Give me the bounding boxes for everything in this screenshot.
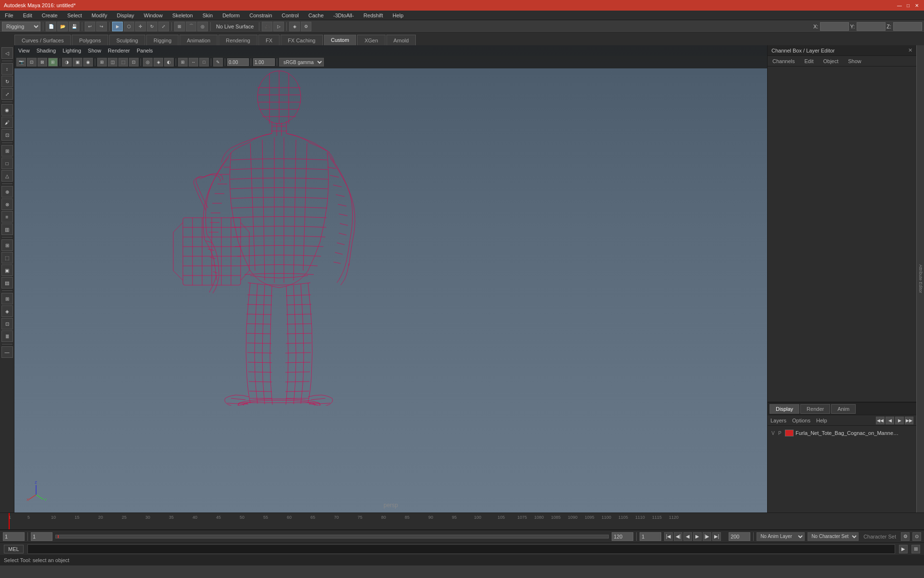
snap-to-grid-button[interactable]: ⊞ xyxy=(1,145,13,157)
close-button[interactable]: ✕ xyxy=(913,2,920,9)
y-input[interactable] xyxy=(857,22,886,31)
layer-prev-button[interactable]: ◀◀ xyxy=(876,417,885,424)
menu-skeleton[interactable]: Skeleton xyxy=(170,12,195,19)
undo-button[interactable]: ↩ xyxy=(85,22,95,31)
cb-tab-edit[interactable]: Edit xyxy=(801,57,816,65)
layers-menu[interactable]: Layers xyxy=(770,418,786,423)
vp-shading-button[interactable]: ◑ xyxy=(62,58,72,66)
lt-btn-10[interactable]: ▥ xyxy=(1,223,13,235)
new-scene-button[interactable]: 📄 xyxy=(46,22,56,31)
restore-button[interactable]: □ xyxy=(905,2,911,9)
tab-rendering[interactable]: Rendering xyxy=(218,35,257,45)
save-file-button[interactable]: 💾 xyxy=(69,22,79,31)
goto-end-button[interactable]: ▶| xyxy=(712,532,721,541)
paint-weights-button[interactable]: 🖌 xyxy=(1,117,13,128)
cb-tab-object[interactable]: Object xyxy=(820,57,841,65)
vp-menu-panels[interactable]: Panels xyxy=(137,48,153,53)
viewport-3d[interactable]: View Shading Lighting Show Renderer Pane… xyxy=(14,45,767,512)
tab-rigging[interactable]: Rigging xyxy=(146,35,179,45)
menu-constrain[interactable]: Constrain xyxy=(247,12,274,19)
lasso-tool-button[interactable]: ⬡ xyxy=(124,22,134,31)
vp-resolution-button[interactable]: ⬚ xyxy=(118,58,128,66)
gamma-input[interactable] xyxy=(253,58,275,66)
options-menu[interactable]: Options xyxy=(792,418,810,423)
open-file-button[interactable]: 📂 xyxy=(57,22,68,31)
anim-layer-dropdown[interactable]: No Anim Layer xyxy=(757,532,805,541)
time-slider[interactable] xyxy=(55,535,609,539)
vp-paint-button[interactable]: ✎ xyxy=(213,58,223,66)
vp-multi-button[interactable]: ⊞ xyxy=(178,58,188,66)
redo-button[interactable]: ↪ xyxy=(96,22,107,31)
menu-3dtoall[interactable]: -3DtoAll- xyxy=(332,12,356,19)
layer-v-flag[interactable]: V xyxy=(771,431,776,436)
timeline[interactable]: 1 5 10 15 20 25 30 35 40 45 50 55 60 65 … xyxy=(0,512,924,530)
layer-back-button[interactable]: ◀ xyxy=(886,417,894,424)
move-tool-button[interactable]: ✛ xyxy=(135,22,146,31)
lt-btn-6[interactable]: △ xyxy=(1,170,13,182)
lt-btn-13[interactable]: ▣ xyxy=(1,264,13,276)
tab-fx[interactable]: FX xyxy=(258,35,280,45)
current-frame-input[interactable] xyxy=(3,532,25,541)
x-input[interactable] xyxy=(820,22,849,31)
vp-ambient-button[interactable]: ◉ xyxy=(83,58,93,66)
vp-xray-button[interactable]: ◈ xyxy=(154,58,163,66)
layer-color-swatch-1[interactable] xyxy=(785,430,794,436)
rotate-mode-button[interactable]: ↻ xyxy=(1,76,13,87)
lt-btn-16[interactable]: ◈ xyxy=(1,305,13,317)
cb-tab-channels[interactable]: Channels xyxy=(770,57,797,65)
attribute-editor-tab[interactable]: Attribute Editor xyxy=(916,45,924,512)
mel-input[interactable] xyxy=(27,544,895,554)
tab-arnold[interactable]: Arnold xyxy=(386,35,416,45)
vp-menu-show[interactable]: Show xyxy=(88,48,102,53)
tab-sculpting[interactable]: Sculpting xyxy=(109,35,145,45)
vp-frame-sel-button[interactable]: ⊠ xyxy=(38,58,47,66)
menu-create[interactable]: Create xyxy=(40,12,60,19)
select-mode-button[interactable]: ◁ xyxy=(1,47,13,59)
move-mode-button[interactable]: ↕ xyxy=(1,63,13,75)
tab-animation[interactable]: Animation xyxy=(180,35,218,45)
auto-key-button[interactable]: ⊙ xyxy=(912,532,921,541)
lt-btn-14[interactable]: ▤ xyxy=(1,277,13,289)
tab-custom[interactable]: Custom xyxy=(324,35,357,45)
vp-menu-renderer[interactable]: Renderer xyxy=(108,48,130,53)
lt-btn-5[interactable]: □ xyxy=(1,158,13,169)
menu-file[interactable]: File xyxy=(3,12,15,19)
vp-hud-button[interactable]: ◫ xyxy=(108,58,117,66)
layer-tab-anim[interactable]: Anim xyxy=(831,404,856,414)
exposure-input[interactable] xyxy=(227,58,249,66)
play-forward-button[interactable]: ▶ xyxy=(693,532,702,541)
tab-curves-surfaces[interactable]: Curves / Surfaces xyxy=(14,35,71,45)
snap-point-button[interactable]: ◎ xyxy=(197,22,208,31)
rotate-tool-button[interactable]: ↻ xyxy=(147,22,157,31)
menu-window[interactable]: Window xyxy=(142,12,165,19)
vp-menu-lighting[interactable]: Lighting xyxy=(63,48,81,53)
menu-display[interactable]: Display xyxy=(115,12,136,19)
snap-curve-button[interactable]: ⌒ xyxy=(186,22,196,31)
menu-cache[interactable]: Cache xyxy=(307,12,326,19)
lt-btn-18[interactable]: ≣ xyxy=(1,330,13,342)
lt-btn-15[interactable]: ⊞ xyxy=(1,293,13,304)
z-input[interactable] xyxy=(893,22,922,31)
options-button[interactable]: ⚙ xyxy=(301,22,311,31)
lt-btn-19[interactable]: — xyxy=(1,346,13,358)
vp-grid-button[interactable]: ⊞ xyxy=(97,58,107,66)
snap-grid-button[interactable]: ⊞ xyxy=(174,22,185,31)
vp-snap-button[interactable]: ◎ xyxy=(143,58,153,66)
vp-camera-button[interactable]: 📷 xyxy=(16,58,26,66)
character-set-dropdown[interactable]: No Character Set xyxy=(808,532,859,541)
script-run-button[interactable]: ▶ xyxy=(899,545,908,553)
preferences-button[interactable]: ⚙ xyxy=(901,532,910,541)
soft-select-button[interactable]: ◉ xyxy=(1,104,13,116)
scale-mode-button[interactable]: ⤢ xyxy=(1,88,13,100)
menu-skin[interactable]: Skin xyxy=(201,12,215,19)
vp-frame-all-button[interactable]: ⊡ xyxy=(27,58,37,66)
layer-tab-render[interactable]: Render xyxy=(800,404,830,414)
lt-btn-17[interactable]: ⊡ xyxy=(1,318,13,329)
channel-box-close-icon[interactable]: ✕ xyxy=(908,47,912,53)
mel-label[interactable]: MEL xyxy=(4,545,24,553)
vp-menu-shading[interactable]: Shading xyxy=(37,48,56,53)
vp-wireframe-button[interactable]: ⊞ xyxy=(48,58,58,66)
color-space-dropdown[interactable]: sRGB gamma Linear xyxy=(279,58,324,66)
script-editor-button[interactable]: ⊞ xyxy=(911,545,920,553)
tab-fx-caching[interactable]: FX Caching xyxy=(281,35,322,45)
